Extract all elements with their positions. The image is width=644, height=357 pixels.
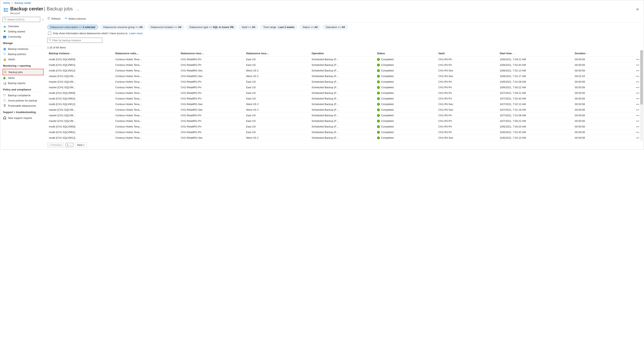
cell-resource-group: CH1-RetailRG-Pri xyxy=(179,85,244,90)
access-checkbox-label: Only show information about datasources … xyxy=(53,32,128,35)
breadcrumb-current[interactable]: Backup center xyxy=(14,2,31,4)
cell-duration: 00:00:59 xyxy=(573,68,624,74)
filter-instance-box[interactable] xyxy=(47,38,102,43)
sidebar-item-support-request[interactable]: 🎧 New support request xyxy=(2,115,45,120)
filter-subscription[interactable]: Datasource subscription == 3 selected xyxy=(47,24,98,30)
col-start-time[interactable]: Start time↑↓ xyxy=(498,50,573,57)
row-menu-button[interactable]: ••• xyxy=(624,130,641,135)
row-menu-button[interactable]: ••• xyxy=(624,102,641,107)
table-row[interactable]: msdb [CH1-SQLVM12]Contoso Hotels Tena…CH… xyxy=(47,102,641,107)
sidebar-item-alerts[interactable]: ◧ Alerts xyxy=(2,75,45,80)
access-checkbox[interactable] xyxy=(48,32,51,35)
table-row[interactable]: master [CH1-SQLVM…Contoso Hotels Tena…CH… xyxy=(47,107,641,113)
collapse-sidebar-button[interactable]: « xyxy=(42,18,44,21)
sidebar-item-overview[interactable]: ☁ Overview xyxy=(2,24,45,29)
scrollbar-thumb[interactable] xyxy=(640,50,643,104)
col-location[interactable]: Datasource loca… xyxy=(244,50,310,57)
sidebar-item-backup-policies[interactable]: 🛡 Backup policies xyxy=(2,52,45,57)
sidebar-item-community[interactable]: 👥 Community xyxy=(2,34,45,39)
col-subscription[interactable]: Datasource subs… xyxy=(114,50,179,57)
row-menu-button[interactable]: ••• xyxy=(624,96,641,102)
col-duration[interactable]: Duration↑↓ xyxy=(573,50,624,57)
col-instance[interactable]: Backup instance↑↓ xyxy=(47,50,114,57)
sidebar-item-backup-reports[interactable]: 📊 Backup reports xyxy=(2,80,45,86)
table-row[interactable]: msdb [CH1-SQLVM12]Contoso Hotels Tena…CH… xyxy=(47,68,641,74)
sidebar-item-backup-instances[interactable]: ▦ Backup instances xyxy=(2,46,45,52)
sidebar-item-vaults[interactable]: 🔒 Vaults xyxy=(2,57,45,62)
cell-subscription: Contoso Hotels Tena… xyxy=(114,102,179,107)
breadcrumb-home[interactable]: Home xyxy=(3,2,10,4)
row-menu-button[interactable]: ••• xyxy=(624,62,641,68)
filter-operation[interactable]: Operation == All xyxy=(322,24,348,30)
filter-vault[interactable]: Vault == All xyxy=(238,24,258,30)
filter-location[interactable]: Datasource location == All xyxy=(148,24,184,30)
row-menu-button[interactable]: ••• xyxy=(624,107,641,113)
cell-vault: CH1-RV-Pri xyxy=(437,96,498,102)
filter-resource-group[interactable]: Datasource resource group == All xyxy=(100,24,146,30)
table-row[interactable]: msdb [CH1-SQLVM00]Contoso Hotels Tena…CH… xyxy=(47,57,641,62)
sidebar-search[interactable] xyxy=(2,17,40,22)
cell-status: ✓Completed xyxy=(376,62,437,68)
sidebar-item-label: Backup compliance xyxy=(8,94,30,97)
cell-vault: CH1-RV-Pri xyxy=(437,113,498,118)
scrollbar[interactable] xyxy=(640,50,643,141)
table-row[interactable]: msdb [CH1-SQLVM01]Contoso Hotels Tena…CH… xyxy=(47,130,641,135)
sidebar-search-input[interactable] xyxy=(8,18,41,21)
sidebar-item-protectable-datasources[interactable]: 🗄 Protectable datasources xyxy=(2,103,45,108)
cell-resource-group: CH1-RetailRG-Sec xyxy=(179,74,244,79)
sidebar-item-label: Getting started xyxy=(8,30,25,33)
filter-status[interactable]: Status == All xyxy=(300,24,320,30)
pager-page-select[interactable]: 1 ⌄ xyxy=(66,143,73,147)
row-menu-button[interactable]: ••• xyxy=(624,118,641,124)
filter-type[interactable]: Datasource type == SQL in Azure VM xyxy=(186,24,236,30)
row-menu-button[interactable]: ••• xyxy=(624,57,641,62)
cell-start-time: 10/8/2021, 7:00:22 AM xyxy=(498,85,573,90)
table-row[interactable]: master [CH1-SQLVM…Contoso Hotels Tena…CH… xyxy=(47,118,641,124)
pager-previous[interactable]: < Previous xyxy=(47,143,64,147)
table-row[interactable]: msdb [CH1-SQLVM01]Contoso Hotels Tena…CH… xyxy=(47,96,641,102)
table-row[interactable]: msdb [CH1-SQLVM00]Contoso Hotels Tena…CH… xyxy=(47,124,641,130)
learn-more-link[interactable]: Learn more. xyxy=(129,32,143,35)
cell-vault: CH1-RV-Pri xyxy=(437,57,498,62)
sidebar-item-getting-started[interactable]: ⚑ Getting started xyxy=(2,29,45,34)
table-row[interactable]: master [CH1-SQLVM…Contoso Hotels Tena…CH… xyxy=(47,79,641,85)
row-menu-button[interactable]: ••• xyxy=(624,90,641,96)
table-row[interactable]: master [CH1-SQLVM…Contoso Hotels Tena…CH… xyxy=(47,74,641,79)
row-menu-button[interactable]: ••• xyxy=(624,124,641,130)
col-operation[interactable]: Operation xyxy=(310,50,376,57)
refresh-button[interactable]: Refresh xyxy=(47,17,61,20)
col-resource-group[interactable]: Datasource reso… xyxy=(179,50,244,57)
col-vault[interactable]: Vault xyxy=(437,50,498,57)
row-menu-button[interactable]: ••• xyxy=(624,85,641,90)
sidebar-item-label: Overview xyxy=(8,25,19,28)
sidebar-item-backup-jobs[interactable]: ☰ Backup jobs xyxy=(3,70,43,75)
filter-instance-input[interactable] xyxy=(52,39,101,42)
table-row[interactable]: msdb [CH1-SQLVM12]Contoso Hotels Tena…CH… xyxy=(47,135,641,141)
row-menu-button[interactable]: ••• xyxy=(624,68,641,74)
row-menu-button[interactable]: ••• xyxy=(624,79,641,85)
sidebar-item-backup-compliance[interactable]: 🛡 Backup compliance xyxy=(2,93,45,98)
people-icon: 👥 xyxy=(3,35,6,38)
cell-location: West US 2 xyxy=(244,107,310,113)
table-row[interactable]: master [CH1-SQLVM…Contoso Hotels Tena…CH… xyxy=(47,113,641,118)
table-row[interactable]: msdb [CH1-SQLVM00]Contoso Hotels Tena…CH… xyxy=(47,90,641,96)
pager-next[interactable]: Next > xyxy=(75,143,87,147)
page-header: Backup center | Backup jobs Microsoft ··… xyxy=(0,6,644,16)
cell-status: ✓Completed xyxy=(376,102,437,107)
row-menu-button[interactable]: ••• xyxy=(624,74,641,79)
table-row[interactable]: msdb [CH1-SQLVM01]Contoso Hotels Tena…CH… xyxy=(47,62,641,68)
sidebar-item-azure-policies[interactable]: ⬡ Azure policies for backup xyxy=(2,98,45,103)
success-icon: ✓ xyxy=(377,92,380,94)
table-row[interactable]: master [CH1-SQLVM…Contoso Hotels Tena…CH… xyxy=(47,85,641,90)
row-menu-button[interactable]: ••• xyxy=(624,113,641,118)
azure-policy-icon: ⬡ xyxy=(3,99,6,102)
compliance-icon: 🛡 xyxy=(3,94,6,97)
close-button[interactable]: ✕ xyxy=(634,6,641,13)
col-status[interactable]: Status xyxy=(376,50,437,57)
row-menu-button[interactable]: ••• xyxy=(624,135,641,141)
cell-start-time: 10/8/2021, 7:01:17 AM xyxy=(498,74,573,79)
sidebar-item-label: Protectable datasources xyxy=(8,104,36,107)
filter-time-range[interactable]: Time range : Last 2 weeks xyxy=(260,24,298,30)
select-columns-button[interactable]: Select columns xyxy=(64,17,86,20)
more-actions-button[interactable]: ··· xyxy=(76,8,80,12)
